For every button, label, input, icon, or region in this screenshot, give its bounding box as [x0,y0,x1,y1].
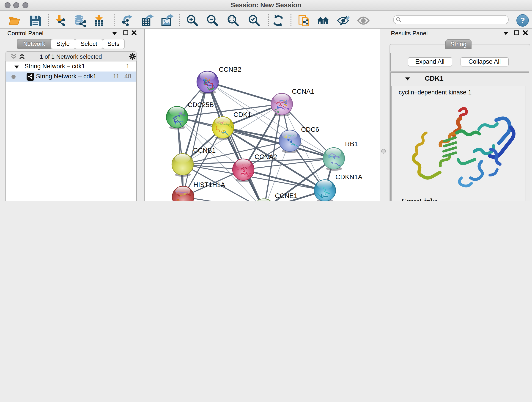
svg-text:CCNA1: CCNA1 [292,88,314,95]
svg-text:CCNB2: CCNB2 [219,65,241,73]
svg-text:CCNA2: CCNA2 [254,153,277,160]
svg-text:CDC6: CDC6 [301,126,319,133]
svg-text:RB1: RB1 [345,140,358,147]
svg-text:CDC25B: CDC25B [187,101,214,108]
svg-text:CDK1: CDK1 [233,111,251,118]
svg-text:CDKN1A: CDKN1A [335,173,362,180]
svg-text:CCNE1: CCNE1 [275,192,297,199]
svg-text:HIST1H1A: HIST1H1A [193,181,225,188]
svg-text:CCNB1: CCNB1 [193,147,215,154]
